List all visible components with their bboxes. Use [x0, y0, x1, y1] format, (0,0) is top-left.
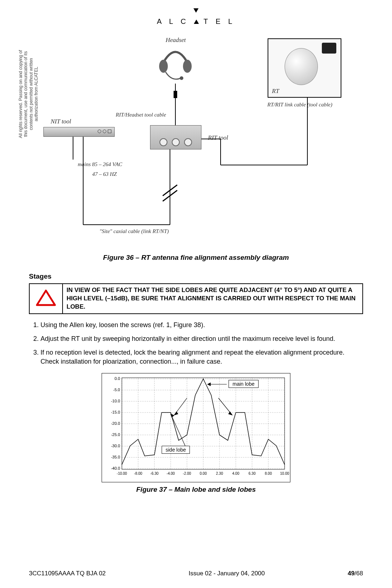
svg-text:-15.0: -15.0	[111, 410, 120, 414]
page-number: 49/68	[348, 570, 363, 577]
svg-text:-20.0: -20.0	[111, 421, 120, 426]
label-side-lobe: side lobe	[162, 446, 190, 454]
svg-text:-5.0: -5.0	[113, 388, 120, 392]
figure-36-diagram: Headset RT RT/RIT link cable (tool cable…	[29, 37, 363, 246]
svg-marker-42	[174, 412, 178, 415]
svg-text:-25.0: -25.0	[111, 432, 120, 437]
svg-text:-2.00: -2.00	[183, 471, 191, 475]
svg-line-45	[171, 414, 185, 446]
warning-box: IN VIEW OF THE FACT THAT THE SIDE LOBES …	[29, 283, 363, 314]
doc-id: 3CC11095AAAA TQ BJA 02	[29, 570, 106, 577]
svg-marker-1	[194, 20, 199, 24]
step-2: Adjust the RT unit by sweeping horizonta…	[41, 334, 363, 343]
rt-antenna-image: RT	[268, 38, 341, 98]
svg-point-16	[180, 76, 183, 80]
svg-text:-6.30: -6.30	[150, 471, 159, 475]
warning-text: IN VIEW OF THE FACT THAT THE SIDE LOBES …	[63, 284, 363, 314]
label-main-lobe: main lobe	[229, 380, 259, 388]
steps-list: Using the Allen key, loosen the screws (…	[29, 321, 363, 366]
svg-marker-40	[208, 383, 210, 386]
lobe-chart-svg: 0.0-5.0-10.0 -15.0-20.0-25.0 -30.0-35.0-…	[102, 373, 290, 482]
headset-icon	[155, 44, 195, 84]
label-rit-headset-cable: RIT/Headset tool cable	[116, 112, 166, 118]
stages-heading: Stages	[29, 272, 363, 280]
svg-point-14	[159, 60, 168, 73]
step-3: If no reception level is detected, lock …	[41, 348, 363, 366]
svg-rect-3	[174, 91, 177, 98]
warning-triangle-icon	[36, 289, 56, 306]
figure-37-chart: 0.0-5.0-10.0 -15.0-20.0-25.0 -30.0-35.0-…	[102, 373, 290, 482]
svg-marker-44	[229, 412, 232, 415]
svg-marker-17	[37, 291, 55, 305]
label-rt-rit-cable: RT/RIT link cable (tool cable)	[267, 102, 332, 108]
label-rt: RT	[272, 88, 279, 95]
svg-text:-8.00: -8.00	[134, 471, 142, 475]
svg-text:4.00: 4.00	[232, 471, 239, 475]
label-rit-tool: RIT tool	[208, 134, 228, 141]
svg-text:0.00: 0.00	[200, 471, 207, 475]
svg-text:-30.0: -30.0	[111, 444, 120, 448]
label-mains-voltage: mains 85 – 264 VAC	[78, 161, 122, 168]
page-footer: 3CC11095AAAA TQ BJA 02 Issue 02 - Januar…	[29, 570, 363, 577]
svg-text:-4.00: -4.00	[167, 471, 175, 475]
svg-marker-0	[193, 8, 199, 13]
label-site-cable: "Site" caxial cable (link RT/NT)	[99, 228, 169, 234]
svg-text:-35.0: -35.0	[111, 455, 120, 459]
figure-37-caption: Figure 37 – Main lobe and side lobes	[29, 486, 363, 494]
nit-tool-image	[43, 127, 115, 137]
label-nit-tool: NIT tool	[51, 118, 71, 125]
svg-text:10.00: 10.00	[280, 471, 289, 475]
label-headset: Headset	[166, 37, 186, 44]
issue-date: Issue 02 - January 04, 2000	[189, 570, 265, 577]
label-mains-freq: 47 – 63 HZ	[92, 171, 117, 177]
step-1: Using the Allen key, loosen the screws (…	[41, 321, 363, 329]
svg-marker-46	[171, 414, 174, 417]
brand-logo: A L C T E L	[29, 9, 363, 26]
figure-36-caption: Figure 36 – RT antenna fine alignment as…	[29, 254, 363, 262]
rit-tool-image	[150, 125, 201, 149]
svg-point-15	[183, 60, 192, 73]
svg-text:6.30: 6.30	[248, 471, 256, 475]
svg-text:0.0: 0.0	[115, 376, 120, 381]
svg-text:-10.0: -10.0	[111, 399, 120, 403]
svg-text:-40.0: -40.0	[111, 466, 120, 470]
svg-text:8.00: 8.00	[265, 471, 272, 475]
svg-text:2.30: 2.30	[216, 471, 223, 475]
svg-text:-10.00: -10.00	[117, 471, 127, 475]
